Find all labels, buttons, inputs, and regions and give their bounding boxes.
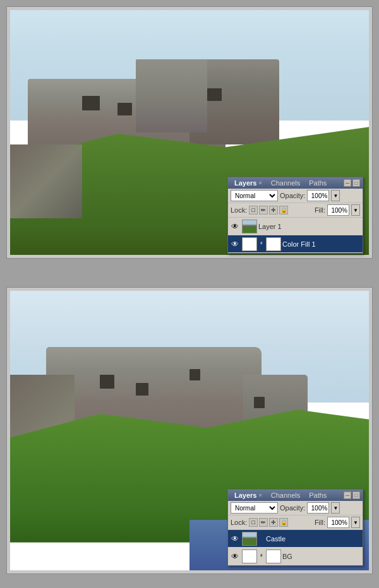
lock-all-bottom[interactable]: 🔒 bbox=[279, 518, 288, 527]
rock-left-top bbox=[10, 144, 82, 218]
fill-label-top: Fill: bbox=[315, 206, 325, 214]
tab-paths-bottom[interactable]: Paths bbox=[305, 490, 330, 501]
layer-row-layer1[interactable]: 👁 Layer 1 bbox=[228, 218, 363, 235]
lock-transparent-bottom[interactable]: □ bbox=[249, 518, 258, 527]
window4-bottom bbox=[254, 397, 265, 408]
lock-pixels-bottom[interactable]: ✏ bbox=[259, 518, 268, 527]
eye-icon-bg[interactable]: 👁 bbox=[229, 551, 241, 562]
panel-restore-bottom[interactable]: □ bbox=[352, 491, 360, 499]
tab-layers-top[interactable]: Layers × bbox=[231, 177, 266, 189]
fill-input-top[interactable]: 100% bbox=[327, 204, 349, 216]
opacity-arrow-bottom[interactable]: ▼ bbox=[331, 502, 340, 514]
opacity-input-top[interactable]: 100% bbox=[307, 190, 329, 201]
panel-minimize-bottom[interactable]: ─ bbox=[344, 491, 351, 499]
lock-label-top: Lock: bbox=[231, 206, 247, 214]
fill-arrow-top[interactable]: ▼ bbox=[351, 204, 360, 216]
fill-input-bottom[interactable]: 100% bbox=[327, 517, 349, 528]
layer-row-colorfill1[interactable]: 👁 ⁸ Color Fill 1 bbox=[228, 235, 363, 253]
layers-list-top: 👁 Layer 1 👁 ⁸ Color Fill 1 bbox=[228, 218, 363, 253]
opacity-label-top: Opacity: bbox=[280, 192, 305, 199]
lock-all-top[interactable]: 🔒 bbox=[279, 206, 288, 215]
window2-bottom bbox=[136, 383, 148, 396]
opacity-label-bottom: Opacity: bbox=[280, 504, 305, 512]
window3-bottom bbox=[190, 369, 200, 380]
window3-top bbox=[207, 88, 222, 100]
castle-left-top bbox=[136, 59, 208, 132]
tab-channels-bottom[interactable]: Channels bbox=[267, 490, 304, 501]
panel-controls-top: ─ □ bbox=[344, 179, 360, 187]
tab-paths-top[interactable]: Paths bbox=[305, 177, 330, 189]
chain-icon-colorfill1: ⁸ bbox=[258, 237, 265, 251]
lock-fill-row-top: Lock: □ ✏ ✛ 🔒 Fill: 100% ▼ bbox=[228, 203, 363, 218]
panel-minimize-top[interactable]: ─ bbox=[344, 179, 351, 187]
panel-controls-bottom: ─ □ bbox=[344, 491, 360, 499]
layers-list-bottom: 👁 Castle 👁 ⁸ BG bbox=[228, 530, 363, 565]
layer-thumb-colorfill1 bbox=[242, 237, 257, 251]
fill-arrow-bottom[interactable]: ▼ bbox=[351, 517, 360, 528]
opacity-input-bottom[interactable]: 100% bbox=[307, 502, 329, 514]
chain-icon-castle bbox=[258, 532, 265, 546]
lock-fill-row-bottom: Lock: □ ✏ ✛ 🔒 Fill: 100% ▼ bbox=[228, 515, 363, 530]
layer-name-castle: Castle bbox=[266, 535, 361, 543]
lock-icons-bottom: □ ✏ ✛ 🔒 bbox=[249, 518, 288, 527]
window1-bottom bbox=[100, 375, 114, 389]
layer-name-colorfill1: Color Fill 1 bbox=[282, 240, 361, 248]
blend-opacity-row-bottom: Normal Opacity: 100% ▼ bbox=[228, 501, 363, 515]
blend-mode-select-bottom[interactable]: Normal bbox=[231, 502, 278, 514]
tab-channels-top[interactable]: Channels bbox=[267, 177, 304, 189]
eye-icon-castle[interactable]: 👁 bbox=[229, 533, 241, 544]
lock-position-bottom[interactable]: ✛ bbox=[269, 518, 278, 527]
layer-name-bg: BG bbox=[282, 553, 361, 560]
tab-layers-close-bottom[interactable]: × bbox=[258, 492, 262, 498]
fill-label-bottom: Fill: bbox=[315, 519, 325, 526]
eye-icon-layer1[interactable]: 👁 bbox=[229, 221, 241, 232]
layer-name-layer1: Layer 1 bbox=[258, 223, 361, 230]
layer-row-bg[interactable]: 👁 ⁸ BG bbox=[228, 548, 363, 565]
layers-panel-bottom: Layers × Channels Paths ─ □ Normal Opaci… bbox=[227, 489, 363, 566]
layer-thumb-castle bbox=[242, 532, 257, 546]
blend-opacity-row-top: Normal Opacity: 100% ▼ bbox=[228, 189, 363, 203]
opacity-arrow-top[interactable]: ▼ bbox=[331, 190, 340, 201]
tab-layers-close-top[interactable]: × bbox=[258, 180, 262, 186]
chain-icon-bg: ⁸ bbox=[258, 550, 265, 563]
panel-tabs-top: Layers × Channels Paths bbox=[231, 177, 330, 189]
blend-mode-select-top[interactable]: Normal bbox=[231, 190, 278, 201]
window1-top bbox=[82, 96, 100, 110]
lock-transparent-top[interactable]: □ bbox=[249, 206, 258, 215]
layer-mask-bg bbox=[266, 550, 281, 563]
panel-titlebar-bottom: Layers × Channels Paths ─ □ bbox=[228, 490, 363, 501]
panel-tabs-bottom: Layers × Channels Paths bbox=[231, 490, 330, 501]
layers-panel-top: Layers × Channels Paths ─ □ Normal Opaci… bbox=[227, 177, 363, 254]
panel-restore-top[interactable]: □ bbox=[352, 179, 360, 187]
lock-pixels-top[interactable]: ✏ bbox=[259, 206, 268, 215]
layer-thumb-bg bbox=[242, 550, 257, 563]
panel-titlebar-top: Layers × Channels Paths ─ □ bbox=[228, 177, 363, 189]
window2-top bbox=[117, 103, 132, 115]
lock-label-bottom: Lock: bbox=[231, 519, 247, 526]
lock-icons-top: □ ✏ ✛ 🔒 bbox=[249, 206, 288, 215]
lock-position-top[interactable]: ✛ bbox=[269, 206, 278, 215]
layer-row-castle[interactable]: 👁 Castle bbox=[228, 530, 363, 548]
layer-thumb-layer1 bbox=[242, 220, 257, 233]
eye-icon-colorfill1[interactable]: 👁 bbox=[229, 238, 241, 250]
layer-mask-colorfill1 bbox=[266, 237, 281, 251]
tab-layers-bottom[interactable]: Layers × bbox=[231, 490, 266, 501]
